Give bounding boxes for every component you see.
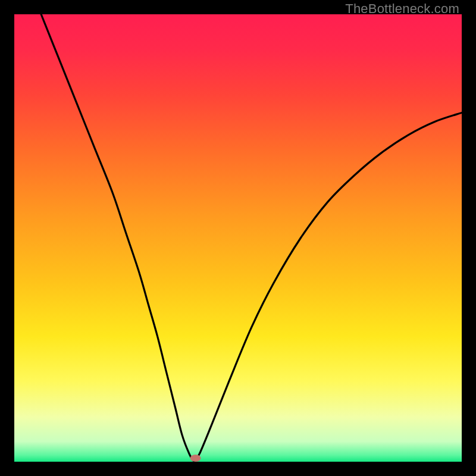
- chart-frame: [14, 14, 462, 462]
- bottleneck-chart: [14, 14, 462, 462]
- optimal-marker: [190, 455, 201, 462]
- watermark-text: TheBottleneck.com: [345, 1, 459, 17]
- gradient-background: [14, 14, 462, 462]
